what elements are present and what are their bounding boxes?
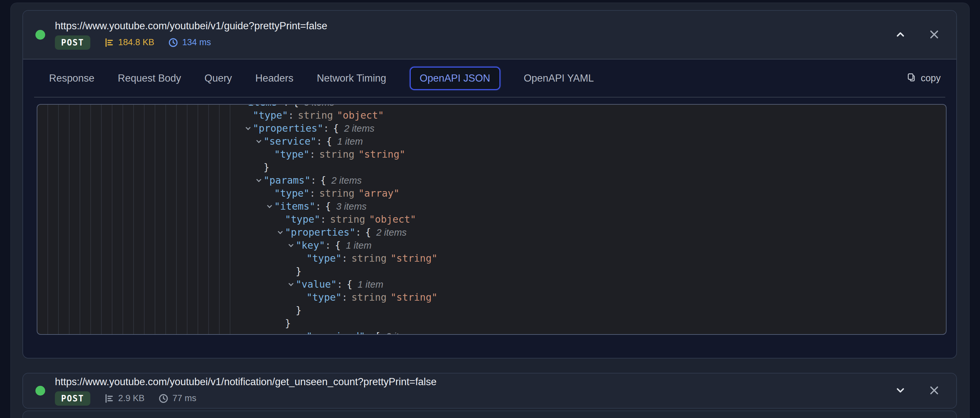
close-icon xyxy=(928,29,940,41)
tab-query[interactable]: Query xyxy=(204,72,232,84)
json-tree-row: "items":{3 items xyxy=(37,200,946,213)
close-button[interactable] xyxy=(926,27,942,43)
method-badge: POST xyxy=(55,35,90,50)
tabs-row: ResponseRequest BodyQueryHeadersNetwork … xyxy=(34,59,945,97)
response-size: 2.9 KB xyxy=(104,393,145,404)
close-icon xyxy=(928,384,940,397)
json-tree-row: "type":string"object" xyxy=(37,109,946,122)
next-request-card-edge[interactable] xyxy=(22,410,957,418)
method-badge: POST xyxy=(55,391,90,406)
collapse-chevron-icon[interactable] xyxy=(256,177,262,182)
response-time: 77 ms xyxy=(158,393,197,404)
clock-icon xyxy=(158,393,169,404)
collapse-chevron-icon[interactable] xyxy=(288,281,294,286)
request-header[interactable]: https://www.youtube.com/youtubei/v1/guid… xyxy=(23,11,956,59)
collapse-button[interactable] xyxy=(892,27,908,43)
request-url: https://www.youtube.com/youtubei/v1/guid… xyxy=(55,20,327,32)
response-time: 134 ms xyxy=(168,37,211,48)
status-dot xyxy=(35,386,45,396)
collapse-chevron-icon[interactable] xyxy=(278,229,283,234)
copy-button[interactable]: copy xyxy=(906,72,941,85)
json-tree-row: "properties":{2 items xyxy=(37,122,946,135)
request-url: https://www.youtube.com/youtubei/v1/noti… xyxy=(55,376,436,388)
response-size: 184.8 KB xyxy=(104,37,154,48)
json-tree-row: "service":{1 item xyxy=(37,135,946,148)
copy-icon xyxy=(906,72,916,85)
request-card-collapsed: https://www.youtube.com/youtubei/v1/noti… xyxy=(22,373,957,408)
tab-network-timing[interactable]: Network Timing xyxy=(317,72,387,84)
json-tree-row: "required":[2 items xyxy=(37,330,946,335)
tab-openapi-json[interactable]: OpenAPI JSON xyxy=(410,67,500,90)
clock-icon xyxy=(168,37,178,48)
requests-panel: https://www.youtube.com/youtubei/v1/guid… xyxy=(10,3,970,418)
chevron-up-icon xyxy=(894,29,906,41)
json-tree-row: } xyxy=(37,304,946,317)
size-icon xyxy=(104,37,115,48)
json-tree-row: "params":{2 items xyxy=(37,174,946,187)
collapse-chevron-icon[interactable] xyxy=(288,242,294,247)
json-tree-row: "type":string"string" xyxy=(37,148,946,161)
json-tree-row: "type":string"string" xyxy=(37,291,946,304)
tab-openapi-yaml[interactable]: OpenAPI YAML xyxy=(524,72,594,84)
chevron-down-icon xyxy=(894,384,906,397)
json-tree-row: "value":{1 item xyxy=(37,278,946,291)
json-tree-row: } xyxy=(37,317,946,330)
collapse-chevron-icon[interactable] xyxy=(299,333,304,335)
collapse-chevron-icon[interactable] xyxy=(256,138,262,143)
tab-response[interactable]: Response xyxy=(49,72,95,84)
request-header[interactable]: https://www.youtube.com/youtubei/v1/noti… xyxy=(23,373,956,408)
json-tree-row: } xyxy=(37,161,946,174)
json-tree-row: "type":string"array" xyxy=(37,187,946,200)
json-tree-row: "items":{3 items xyxy=(37,104,946,109)
json-tree-row: "type":string"object" xyxy=(37,213,946,226)
openapi-json-viewer[interactable]: "items":{3 items"type":string"object""pr… xyxy=(37,104,947,335)
request-card-expanded: https://www.youtube.com/youtubei/v1/guid… xyxy=(22,10,957,359)
status-dot xyxy=(35,30,45,40)
collapse-chevron-icon[interactable] xyxy=(246,125,251,130)
size-icon xyxy=(104,393,115,404)
collapse-chevron-icon[interactable] xyxy=(267,203,272,208)
json-tree-row: } xyxy=(37,265,946,278)
copy-label: copy xyxy=(921,73,941,83)
json-tree: "items":{3 items"type":string"object""pr… xyxy=(37,104,946,335)
json-tree-row: "key":{1 item xyxy=(37,239,946,252)
json-tree-row: "type":string"string" xyxy=(37,252,946,265)
tab-headers[interactable]: Headers xyxy=(255,72,293,84)
tab-request-body[interactable]: Request Body xyxy=(118,72,181,84)
expand-button[interactable] xyxy=(892,383,908,399)
close-button[interactable] xyxy=(926,383,942,399)
json-tree-row: "properties":{2 items xyxy=(37,226,946,239)
tabs: ResponseRequest BodyQueryHeadersNetwork … xyxy=(49,67,594,90)
